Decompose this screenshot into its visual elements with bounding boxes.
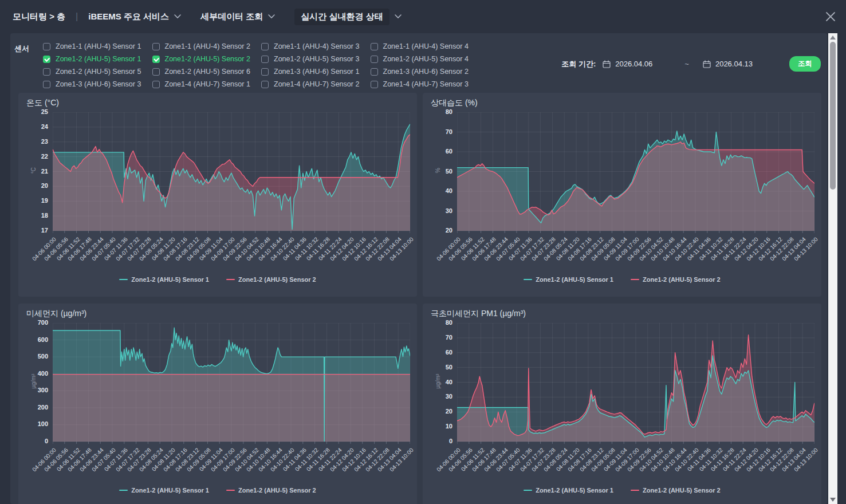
checkbox-checked-icon[interactable] [43, 56, 50, 63]
sensor-checkbox-item[interactable]: Zone1-3 (AHU-6) Sensor 3 [43, 80, 152, 88]
x-tick-label: 04-12 16:12 [744, 236, 784, 275]
sensor-checkbox-item[interactable]: Zone1-1 (AHU-4) Sensor 1 [43, 42, 152, 50]
checkbox-unchecked-icon[interactable] [152, 43, 160, 50]
checkbox-label: Zone1-3 (AHU-6) Sensor 2 [383, 68, 469, 76]
search-button[interactable]: 조회 [789, 56, 821, 72]
scrollbar-up-arrow-icon[interactable] [830, 36, 836, 40]
x-tick-label: 04-12 22:08 [756, 236, 796, 275]
checkbox-unchecked-icon[interactable] [261, 56, 269, 63]
chart-plot-area [53, 112, 410, 234]
x-tick-label: 04-10 10:48 [637, 447, 676, 486]
date-to-field[interactable]: 2026.04.13 [715, 60, 753, 68]
sensor-checkbox-item[interactable]: Zone1-3 (AHU-6) Sensor 2 [371, 68, 480, 76]
y-tick-label: 60 [427, 148, 452, 155]
x-tick-label: 04-12 22:08 [352, 236, 391, 275]
x-tick-label: 04-07 17:32 [506, 236, 545, 275]
sensor-checkbox-item[interactable]: Zone1-2 (AHU-5) Sensor 1 [43, 55, 152, 63]
x-tick-label: 04-06 05:56 [30, 236, 69, 275]
x-axis-labels: 04-06 00:0004-06 05:5604-06 11:5204-06 1… [53, 444, 410, 486]
legend-item[interactable]: Zone1-2 (AHU-5) Sensor 2 [631, 276, 721, 283]
sensor-checkbox-item[interactable]: Zone1-2 (AHU-5) Sensor 2 [152, 55, 262, 63]
vertical-scrollbar[interactable] [828, 33, 837, 504]
checkbox-label: Zone1-4 (AHU-7) Sensor 1 [165, 80, 250, 88]
checkbox-unchecked-icon[interactable] [152, 68, 160, 76]
sensor-checkbox-item[interactable]: Zone1-4 (AHU-7) Sensor 2 [261, 80, 371, 88]
legend-line-icon [119, 279, 128, 281]
date-from-field[interactable]: 2026.04.06 [615, 60, 652, 68]
checkbox-unchecked-icon[interactable] [43, 68, 50, 76]
scrollbar-thumb[interactable] [830, 42, 836, 190]
checkbox-unchecked-icon[interactable] [261, 81, 269, 88]
x-tick-label: 04-12 04:20 [316, 236, 355, 275]
legend-item[interactable]: Zone1-2 (AHU-5) Sensor 2 [226, 276, 316, 283]
x-tick-label: 04-10 04:52 [221, 236, 260, 275]
checkbox-unchecked-icon[interactable] [371, 43, 378, 50]
x-tick-label: 04-09 17:00 [601, 447, 640, 486]
y-tick-label: 50 [427, 364, 452, 371]
x-tick-label: 04-09 11:04 [589, 236, 628, 275]
x-tick-label: 04-08 05:24 [125, 447, 164, 486]
checkbox-unchecked-icon[interactable] [43, 81, 50, 88]
x-tick-label: 04-11 04:36 [672, 236, 712, 275]
x-tick-label: 04-12 04:20 [316, 447, 355, 486]
x-tick-label: 04-07 11:36 [494, 236, 533, 275]
y-tick-label: 22 [23, 153, 48, 160]
legend-line-icon [631, 490, 639, 491]
sensor-checkbox-item[interactable]: Zone1-2 (AHU-5) Sensor 4 [371, 55, 480, 63]
checkbox-unchecked-icon[interactable] [261, 43, 269, 50]
calendar-icon[interactable] [603, 60, 611, 68]
sensor-checkbox-item[interactable]: Zone1-2 (AHU-5) Sensor 5 [43, 68, 152, 76]
checkbox-unchecked-icon[interactable] [43, 43, 50, 50]
x-tick-label: 04-13 10:00 [780, 447, 819, 486]
checkbox-unchecked-icon[interactable] [261, 68, 269, 76]
y-tick-label: 0 [23, 438, 48, 444]
legend-item[interactable]: Zone1-2 (AHU-5) Sensor 1 [119, 276, 209, 283]
sensor-checkbox-item[interactable]: Zone1-2 (AHU-5) Sensor 6 [152, 68, 262, 76]
checkbox-unchecked-icon[interactable] [371, 68, 378, 76]
legend-label: Zone1-2 (AHU-5) Sensor 2 [238, 276, 316, 283]
sensor-checkbox-item[interactable]: Zone1-4 (AHU-7) Sensor 3 [371, 80, 480, 88]
x-tick-label: 04-07 05:40 [482, 236, 521, 275]
calendar-icon[interactable] [703, 60, 711, 68]
menu-detail-data[interactable]: 세부데이터 조회 [200, 11, 275, 22]
menu-realtime-env[interactable]: 실시간 실내환경 상태 [294, 9, 401, 25]
x-tick-label: 04-11 10:32 [684, 236, 724, 275]
x-tick-label: 04-07 23:28 [518, 447, 557, 486]
legend-item[interactable]: Zone1-2 (AHU-5) Sensor 2 [226, 487, 316, 494]
breadcrumb[interactable]: 모니터링 > 층 [13, 11, 65, 22]
sensor-checkbox-item[interactable]: Zone1-1 (AHU-4) Sensor 2 [152, 42, 262, 50]
x-tick-label: 04-13 04:04 [768, 447, 807, 486]
legend-item[interactable]: Zone1-2 (AHU-5) Sensor 1 [524, 487, 613, 494]
legend-label: Zone1-2 (AHU-5) Sensor 1 [131, 276, 209, 283]
y-tick-label: 60 [427, 349, 452, 356]
legend-item[interactable]: Zone1-2 (AHU-5) Sensor 1 [119, 487, 209, 494]
x-tick-label: 04-10 10:48 [233, 236, 272, 275]
sensor-checkbox-item[interactable]: Zone1-4 (AHU-7) Sensor 1 [152, 80, 262, 88]
x-tick-label: 04-09 11:04 [184, 236, 224, 275]
menu-main-service[interactable]: iBEEMS 주요 서비스 [88, 11, 181, 22]
legend-line-icon [524, 490, 532, 491]
checkbox-checked-icon[interactable] [152, 56, 160, 63]
x-tick-label: 04-08 11:20 [137, 236, 176, 275]
checkbox-unchecked-icon[interactable] [371, 56, 378, 63]
legend-item[interactable]: Zone1-2 (AHU-5) Sensor 1 [524, 276, 613, 283]
close-icon[interactable] [824, 10, 837, 23]
x-tick-label: 04-10 04:52 [221, 447, 260, 486]
x-tick-label: 04-08 23:12 [161, 447, 200, 486]
sensor-checkbox-item[interactable]: Zone1-3 (AHU-6) Sensor 1 [261, 68, 371, 76]
sensor-checkbox-item[interactable]: Zone1-2 (AHU-5) Sensor 3 [261, 55, 371, 63]
chart-plot-area [53, 323, 410, 445]
x-tick-label: 04-09 22:56 [613, 236, 652, 275]
scrollbar-down-arrow-icon[interactable] [830, 498, 836, 502]
x-tick-label: 04-13 04:04 [363, 447, 403, 486]
checkbox-unchecked-icon[interactable] [152, 81, 160, 88]
sensor-checkbox-item[interactable]: Zone1-1 (AHU-4) Sensor 3 [261, 42, 371, 50]
checkbox-unchecked-icon[interactable] [371, 81, 378, 88]
x-tick-label: 04-13 10:00 [375, 447, 415, 486]
legend-item[interactable]: Zone1-2 (AHU-5) Sensor 2 [631, 487, 721, 494]
x-tick-label: 04-08 23:12 [161, 236, 200, 275]
x-tick-label: 04-09 22:56 [613, 447, 652, 486]
y-tick-label: 70 [427, 334, 452, 341]
sensor-checkbox-item[interactable]: Zone1-1 (AHU-4) Sensor 4 [371, 42, 480, 50]
x-tick-label: 04-08 05:24 [529, 447, 569, 486]
